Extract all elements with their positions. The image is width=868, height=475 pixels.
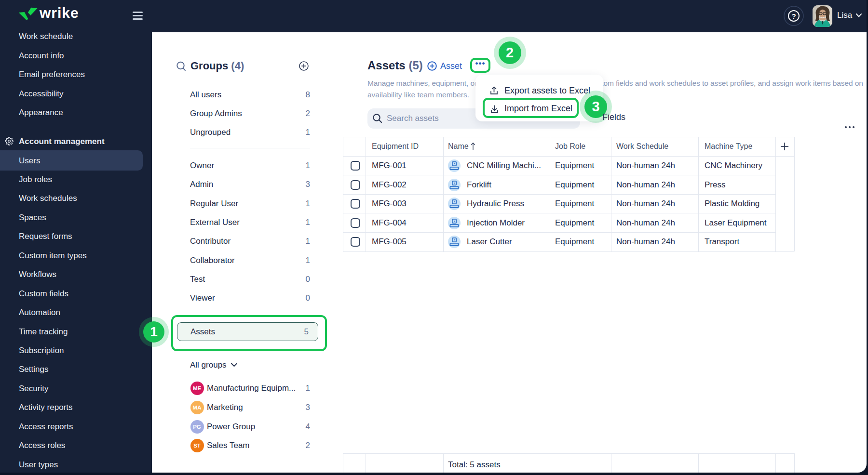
svg-text:?: ? <box>791 12 796 20</box>
